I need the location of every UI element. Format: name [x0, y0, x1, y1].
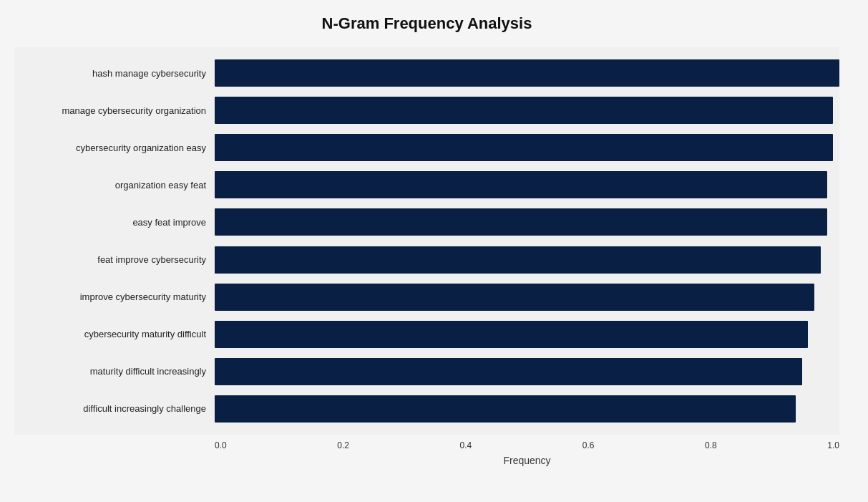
bar-row: hash manage cybersecurity: [14, 54, 839, 92]
x-tick: 0.2: [337, 440, 349, 450]
chart-container: N-Gram Frequency Analysis hash manage cy…: [0, 0, 868, 502]
chart-area: hash manage cybersecuritymanage cybersec…: [14, 47, 839, 435]
bar-label: difficult increasingly challenge: [14, 403, 215, 414]
bar-label: easy feat improve: [14, 217, 215, 228]
bar-track: [215, 59, 839, 87]
bar-track: [215, 208, 839, 236]
bar-label: maturity difficult increasingly: [14, 366, 215, 377]
bar-fill: [215, 208, 827, 236]
bar-label: manage cybersecurity organization: [14, 105, 215, 116]
bar-track: [215, 284, 839, 311]
bar-row: improve cybersecurity maturity: [14, 279, 839, 316]
bar-row: organization easy feat: [14, 166, 839, 203]
bar-row: feat improve cybersecurity: [14, 241, 839, 278]
x-tick: 0.8: [705, 440, 717, 450]
bar-track: [215, 358, 839, 385]
bar-label: hash manage cybersecurity: [14, 68, 215, 79]
bar-fill: [215, 284, 814, 311]
bar-label: cybersecurity maturity difficult: [14, 329, 215, 339]
bar-label: feat improve cybersecurity: [14, 254, 215, 265]
bar-track: [215, 171, 839, 198]
bar-row: cybersecurity maturity difficult: [14, 316, 839, 353]
bar-row: difficult increasingly challenge: [14, 390, 839, 428]
x-axis: 0.00.20.40.60.81.0: [14, 440, 839, 450]
bar-row: manage cybersecurity organization: [14, 92, 839, 129]
bar-label: organization easy feat: [14, 180, 215, 190]
x-tick: 0.4: [460, 440, 472, 450]
chart-title: N-Gram Frequency Analysis: [14, 14, 839, 33]
bar-fill: [215, 134, 833, 161]
x-tick: 0.6: [582, 440, 595, 450]
bar-fill: [215, 59, 839, 87]
bar-track: [215, 321, 839, 348]
x-axis-ticks: 0.00.20.40.60.81.0: [215, 440, 839, 450]
bar-track: [215, 134, 839, 161]
bar-row: maturity difficult increasingly: [14, 353, 839, 390]
bar-fill: [215, 171, 827, 198]
x-tick: 1.0: [827, 440, 839, 450]
bar-row: cybersecurity organization easy: [14, 129, 839, 166]
bar-fill: [215, 358, 802, 385]
x-axis-label: Frequency: [14, 455, 839, 466]
bar-row: easy feat improve: [14, 203, 839, 241]
bar-track: [215, 246, 839, 274]
bar-fill: [215, 246, 821, 274]
bar-fill: [215, 97, 833, 124]
bar-track: [215, 395, 839, 423]
x-tick: 0.0: [215, 440, 227, 450]
bar-fill: [215, 395, 796, 423]
bar-track: [215, 97, 839, 124]
bar-label: improve cybersecurity maturity: [14, 291, 215, 302]
bar-label: cybersecurity organization easy: [14, 143, 215, 153]
bar-fill: [215, 321, 808, 348]
